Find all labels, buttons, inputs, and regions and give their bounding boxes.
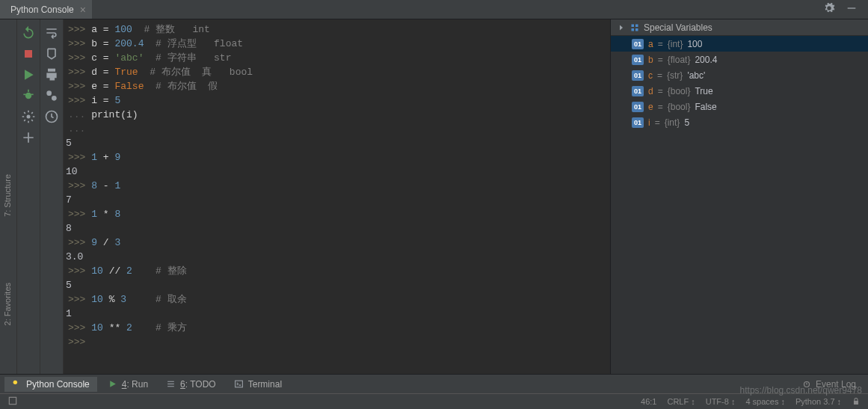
code-line: ... <box>64 122 610 136</box>
code-line: >>> 10 ** 2 # 乘方 <box>64 321 610 335</box>
variable-type: {bool} <box>668 86 691 96</box>
close-icon[interactable]: × <box>80 4 86 16</box>
code-line: >>> b = 200.4 # 浮点型 float <box>64 37 610 51</box>
code-line: ... print(i) <box>64 108 610 122</box>
variable-badge: 01 <box>632 117 644 128</box>
history-icon[interactable] <box>44 109 59 124</box>
print-icon[interactable] <box>44 67 59 82</box>
main-area: 7: Structure 2: Favorites >>> a = 100 # … <box>0 19 868 374</box>
svg-rect-1 <box>25 50 32 58</box>
gear-icon[interactable] <box>823 2 835 16</box>
svg-rect-11 <box>635 24 638 27</box>
tool-tab-label: Terminal <box>248 379 282 390</box>
svg-rect-12 <box>632 28 635 31</box>
svg-point-7 <box>46 90 52 96</box>
caret-position[interactable]: 46:1 <box>641 397 656 406</box>
status-bar: 46:1 CRLF ↕ UTF-8 ↕ 4 spaces ↕ Python 3.… <box>0 393 868 409</box>
tab-label: Python Console <box>10 4 74 15</box>
variable-row[interactable]: 01b= {float} 200.4 <box>611 52 868 67</box>
code-line: >>> 10 % 3 # 取余 <box>64 292 610 307</box>
scroll-end-icon[interactable] <box>44 46 59 61</box>
sidebar-tab-favorites[interactable]: 2: Favorites <box>3 283 12 325</box>
code-line: >>> 8 - 1 <box>64 179 610 193</box>
indent-setting[interactable]: 4 spaces ↕ <box>745 397 785 406</box>
python-interpreter[interactable]: Python 3.7 ↕ <box>795 397 841 406</box>
variable-badge: 01 <box>632 55 644 65</box>
variable-type: {float} <box>668 55 691 65</box>
svg-rect-17 <box>9 397 16 404</box>
variable-group-icon <box>630 23 639 32</box>
play-icon[interactable] <box>21 67 36 82</box>
tool-tab-label: 4: Run <box>122 379 148 390</box>
code-line: 1 <box>64 307 610 321</box>
code-line: >>> 9 / 3 <box>64 236 610 250</box>
tab-python-console[interactable]: Python Console × <box>0 0 92 19</box>
minimize-icon[interactable] <box>846 2 858 16</box>
line-separator[interactable]: CRLF ↕ <box>667 397 695 406</box>
event-log-button[interactable]: Event Log <box>801 379 864 390</box>
code-line: >>> i = 5 <box>64 93 610 108</box>
tool-tab-terminal[interactable]: Terminal <box>227 377 289 392</box>
new-console-icon[interactable] <box>21 130 36 145</box>
variable-name: a <box>648 39 653 49</box>
variable-row[interactable]: 01c= {str} 'abc' <box>611 67 868 83</box>
variable-name: i <box>648 117 650 128</box>
settings-icon[interactable] <box>21 109 36 124</box>
tool-tab-python-console[interactable]: Python Console <box>4 377 97 392</box>
console-output[interactable]: >>> a = 100 # 整数 int>>> b = 200.4 # 浮点型 … <box>64 19 610 374</box>
tool-tab-label: 6: TODO <box>180 379 216 390</box>
variable-value: True <box>695 86 712 96</box>
variable-name: e <box>648 102 653 112</box>
variable-row[interactable]: 01e= {bool} False <box>611 99 868 114</box>
chevron-right-icon <box>617 23 626 32</box>
variable-name: b <box>648 55 653 65</box>
svg-point-8 <box>52 96 57 101</box>
variable-value: 200.4 <box>695 55 717 65</box>
svg-point-6 <box>27 115 31 119</box>
debug-icon[interactable] <box>21 88 36 103</box>
code-line: >>> d = True # 布尔值 真 bool <box>64 65 610 79</box>
code-line: >>> a = 100 # 整数 int <box>64 22 610 37</box>
variable-row[interactable]: 01i= {int} 5 <box>611 114 868 130</box>
variable-name: c <box>648 70 653 81</box>
variable-name: d <box>648 86 653 96</box>
variable-value: 100 <box>687 39 702 49</box>
code-line: 8 <box>64 221 610 236</box>
code-line: >>> e = False # 布尔值 假 <box>64 79 610 93</box>
status-left-icon[interactable] <box>7 396 18 408</box>
sidebar-tab-structure[interactable]: 7: Structure <box>3 174 12 217</box>
tool-tab-label: Python Console <box>26 379 90 390</box>
tool-tab-todo[interactable]: 6: TODO <box>158 377 224 392</box>
variable-badge: 01 <box>632 39 644 49</box>
code-line: >>> 1 + 9 <box>64 150 610 164</box>
variable-type: {int} <box>665 117 680 128</box>
code-line: >>> c = 'abc' # 字符串 str <box>64 51 610 65</box>
rerun-icon[interactable] <box>21 25 36 40</box>
soft-wrap-icon[interactable] <box>44 25 59 40</box>
svg-rect-13 <box>635 28 638 31</box>
code-line: 7 <box>64 193 610 207</box>
variable-type: {bool} <box>668 102 691 112</box>
code-line: >>> <box>64 335 610 349</box>
variables-header[interactable]: Special Variables <box>611 19 868 36</box>
lock-icon[interactable] <box>852 397 861 406</box>
variable-row[interactable]: 01a= {int} 100 <box>611 36 868 52</box>
variable-badge: 01 <box>632 86 644 96</box>
event-log-label: Event Log <box>816 379 856 390</box>
show-vars-icon[interactable] <box>44 88 59 103</box>
bottom-tool-bar: Python Console 4: Run 6: TODO Terminal E… <box>0 374 868 393</box>
top-right-toolbar <box>823 2 868 16</box>
top-tab-bar: Python Console × <box>0 0 868 19</box>
variable-value: 'abc' <box>687 70 705 81</box>
variable-row[interactable]: 01d= {bool} True <box>611 83 868 99</box>
variable-value: False <box>695 102 716 112</box>
stop-icon[interactable] <box>21 46 36 61</box>
code-line: 3.0 <box>64 250 610 264</box>
left-tool-strip: 7: Structure 2: Favorites <box>0 19 17 374</box>
code-line: >>> 10 // 2 # 整除 <box>64 264 610 278</box>
svg-rect-10 <box>632 24 635 27</box>
encoding[interactable]: UTF-8 ↕ <box>706 397 736 406</box>
variable-badge: 01 <box>632 70 644 81</box>
code-line: 10 <box>64 164 610 179</box>
tool-tab-run[interactable]: 4: Run <box>100 377 156 392</box>
